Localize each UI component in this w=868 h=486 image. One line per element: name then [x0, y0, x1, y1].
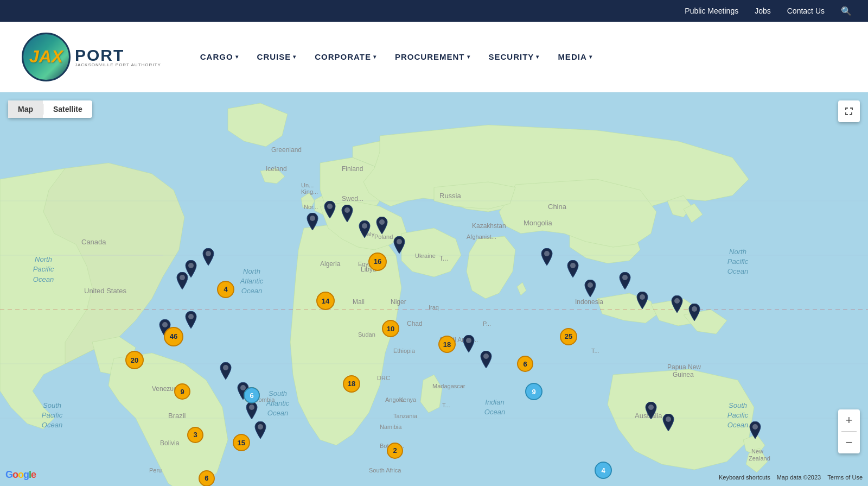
- nav-cruise[interactable]: CRUISE ▾: [251, 48, 303, 66]
- nav-cargo[interactable]: CARGO ▾: [194, 48, 245, 66]
- svg-point-77: [674, 298, 680, 304]
- map-footer: Keyboard shortcuts Map data ©2023 Terms …: [719, 474, 863, 481]
- pin-marker[interactable]: [566, 260, 580, 277]
- cluster-2-safrica[interactable]: 2: [387, 443, 403, 459]
- cluster-4-na[interactable]: 4: [217, 281, 234, 298]
- svg-point-75: [622, 275, 628, 280]
- pin-marker[interactable]: [480, 351, 493, 368]
- map-data-credit: Map data ©2023: [777, 474, 821, 481]
- pin-marker[interactable]: [375, 217, 389, 234]
- svg-text:Russia: Russia: [439, 192, 462, 200]
- zoom-controls: + −: [838, 409, 860, 453]
- cluster-46-usa[interactable]: 46: [164, 327, 183, 346]
- pin-marker[interactable]: [584, 280, 597, 297]
- pin-marker[interactable]: [644, 402, 658, 419]
- pin-marker[interactable]: [688, 304, 701, 321]
- svg-point-59: [188, 314, 194, 319]
- pin-marker[interactable]: [671, 295, 684, 313]
- cluster-14-africa[interactable]: 14: [316, 292, 335, 310]
- pin-marker[interactable]: [184, 311, 198, 329]
- cluster-6-argentina[interactable]: 6: [199, 470, 215, 487]
- svg-text:Kenya: Kenya: [399, 396, 417, 403]
- pin-marker[interactable]: [176, 272, 189, 289]
- pin-marker[interactable]: [358, 220, 372, 238]
- cluster-9-colombia[interactable]: 9: [174, 383, 190, 400]
- svg-text:Ukraine: Ukraine: [415, 253, 436, 259]
- svg-text:Iceland: Iceland: [266, 165, 287, 173]
- pin-marker[interactable]: [749, 421, 762, 439]
- pin-marker[interactable]: [323, 201, 337, 218]
- svg-point-70: [466, 338, 471, 343]
- nav-cruise-label: CRUISE: [257, 52, 291, 61]
- svg-text:Algeria: Algeria: [320, 260, 341, 268]
- pin-marker[interactable]: [254, 421, 267, 439]
- pin-marker[interactable]: [341, 205, 354, 222]
- pin-marker[interactable]: [393, 236, 406, 254]
- cluster-18-africa2[interactable]: 18: [343, 375, 360, 393]
- svg-text:Kazakhstan: Kazakhstan: [472, 222, 506, 230]
- pin-marker[interactable]: [662, 414, 675, 431]
- pin-marker[interactable]: [245, 402, 259, 419]
- nav-media-label: MEDIA: [558, 52, 586, 61]
- map-type-control: Map Satellite: [8, 100, 92, 118]
- search-icon-top[interactable]: 🔍: [841, 6, 852, 16]
- map-type-map-btn[interactable]: Map: [8, 100, 43, 118]
- pin-marker[interactable]: [202, 248, 215, 266]
- svg-point-67: [362, 223, 367, 229]
- nav-media[interactable]: MEDIA ▾: [551, 48, 598, 66]
- nav-cruise-chevron: ▾: [293, 54, 296, 60]
- terms-of-use-link[interactable]: Terms of Use: [827, 474, 863, 481]
- svg-point-57: [180, 275, 185, 280]
- cluster-9-seasia[interactable]: 9: [525, 383, 542, 400]
- main-nav: CARGO ▾ CRUISE ▾ CORPORATE ▾ PROCUREMENT…: [194, 48, 599, 66]
- cluster-6-india[interactable]: 6: [517, 356, 533, 372]
- cluster-20-mexico[interactable]: 20: [125, 351, 144, 369]
- svg-point-72: [544, 251, 550, 256]
- nav-security-label: SECURITY: [489, 52, 534, 61]
- cluster-18-arabia[interactable]: 18: [438, 336, 456, 353]
- cluster-6-brasil-blue[interactable]: 6: [244, 387, 260, 403]
- svg-point-65: [327, 204, 333, 209]
- map-type-satellite-btn[interactable]: Satellite: [43, 100, 92, 118]
- svg-text:Indonesia: Indonesia: [575, 298, 603, 306]
- pin-marker[interactable]: [618, 272, 632, 289]
- cluster-16-europe[interactable]: 16: [368, 253, 387, 271]
- cluster-4-aus[interactable]: 4: [595, 462, 612, 479]
- topbar-contact-us[interactable]: Contact Us: [787, 7, 825, 15]
- pin-marker[interactable]: [219, 362, 233, 380]
- svg-point-80: [666, 416, 671, 422]
- cluster-25-asia[interactable]: 25: [560, 328, 577, 345]
- svg-point-56: [206, 251, 211, 256]
- topbar-jobs[interactable]: Jobs: [755, 7, 771, 15]
- svg-text:T...: T...: [591, 348, 599, 354]
- svg-text:Peru: Peru: [149, 467, 162, 474]
- zoom-out-button[interactable]: −: [838, 432, 860, 453]
- cluster-15-brazil[interactable]: 15: [233, 434, 250, 451]
- world-map-svg: Canada United States Venezuela Brazil Bo…: [0, 92, 868, 486]
- logo-area[interactable]: JAX PORT JACKSONVILLE PORT AUTHORITY: [22, 33, 161, 81]
- cluster-3-peru[interactable]: 3: [187, 427, 203, 443]
- svg-text:Niger: Niger: [391, 298, 406, 306]
- cluster-10-middleeast[interactable]: 10: [382, 320, 399, 337]
- nav-procurement[interactable]: PROCUREMENT ▾: [388, 48, 477, 66]
- map-container[interactable]: Canada United States Venezuela Brazil Bo…: [0, 92, 868, 486]
- pin-marker[interactable]: [462, 335, 476, 352]
- pin-marker[interactable]: [636, 292, 649, 309]
- keyboard-shortcuts-link[interactable]: Keyboard shortcuts: [719, 474, 770, 481]
- svg-text:Namibia: Namibia: [380, 424, 402, 430]
- svg-text:Mali: Mali: [353, 298, 365, 306]
- zoom-in-button[interactable]: +: [838, 409, 860, 431]
- nav-procurement-chevron: ▾: [467, 54, 470, 60]
- nav-security[interactable]: SECURITY ▾: [482, 48, 546, 66]
- topbar-public-meetings[interactable]: Public Meetings: [685, 7, 738, 15]
- svg-point-63: [258, 424, 263, 430]
- fullscreen-button[interactable]: [838, 100, 860, 122]
- pin-marker[interactable]: [540, 248, 554, 266]
- svg-text:T...: T...: [442, 402, 450, 408]
- nav-corporate[interactable]: CORPORATE ▾: [308, 48, 383, 66]
- nav-media-chevron: ▾: [589, 54, 592, 60]
- pin-marker[interactable]: [306, 213, 320, 230]
- svg-point-58: [162, 322, 168, 327]
- svg-point-68: [379, 219, 385, 225]
- svg-text:Greenland: Greenland: [271, 146, 302, 154]
